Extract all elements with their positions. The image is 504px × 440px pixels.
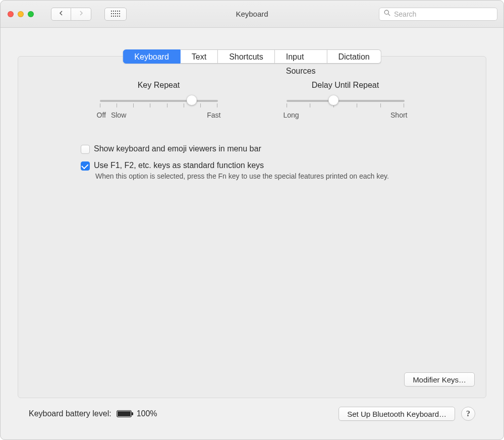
preferences-window: Keyboard Keyboard Text Shortcuts Input S… bbox=[0, 0, 504, 440]
key-repeat-ticks bbox=[100, 103, 218, 107]
window-controls bbox=[8, 11, 34, 17]
svg-rect-11 bbox=[113, 16, 114, 17]
key-repeat-slow-label: Slow bbox=[111, 111, 126, 119]
fn-keys-row: Use F1, F2, etc. keys as standard functi… bbox=[69, 161, 435, 180]
battery-level-label: Keyboard battery level: bbox=[29, 409, 111, 418]
key-repeat-label: Key Repeat bbox=[96, 81, 222, 90]
tab-group: Keyboard Text Shortcuts Input Sources Di… bbox=[123, 49, 381, 64]
modifier-keys-button[interactable]: Modifier Keys… bbox=[404, 372, 475, 387]
show-viewers-label: Show keyboard and emoji viewers in menu … bbox=[94, 144, 261, 153]
tab-text[interactable]: Text bbox=[181, 49, 218, 64]
svg-line-16 bbox=[388, 14, 390, 16]
back-forward-group bbox=[51, 8, 91, 21]
minimize-window-button[interactable] bbox=[18, 11, 24, 17]
content-area: Keyboard Text Shortcuts Input Sources Di… bbox=[1, 28, 503, 439]
fn-keys-sublabel: When this option is selected, press the … bbox=[95, 172, 389, 180]
delay-repeat-short-label: Short bbox=[390, 111, 407, 119]
footer-bar: Keyboard battery level: 100% Set Up Blue… bbox=[18, 398, 486, 429]
svg-point-15 bbox=[384, 10, 388, 14]
tab-input-sources[interactable]: Input Sources bbox=[275, 49, 327, 64]
svg-rect-9 bbox=[119, 13, 120, 14]
key-repeat-slider-block: Key Repeat Off Slow Fas bbox=[96, 81, 222, 119]
delay-repeat-slider[interactable] bbox=[287, 100, 405, 102]
delay-repeat-label: Delay Until Repeat bbox=[283, 81, 409, 90]
fn-keys-checkbox[interactable] bbox=[81, 161, 90, 171]
battery-percentage: 100% bbox=[137, 409, 157, 418]
zoom-window-button[interactable] bbox=[28, 11, 34, 17]
panel-bottom-bar: Modifier Keys… bbox=[18, 372, 486, 398]
search-field[interactable] bbox=[379, 8, 497, 21]
svg-rect-2 bbox=[115, 11, 116, 12]
window-toolbar: Keyboard bbox=[1, 1, 503, 28]
svg-rect-13 bbox=[117, 16, 118, 17]
svg-rect-7 bbox=[115, 13, 116, 14]
svg-rect-3 bbox=[117, 11, 118, 12]
show-viewers-row: Show keyboard and emoji viewers in menu … bbox=[69, 144, 435, 154]
tab-dictation[interactable]: Dictation bbox=[327, 49, 381, 64]
svg-rect-4 bbox=[119, 11, 120, 12]
delay-repeat-thumb[interactable] bbox=[328, 95, 339, 105]
chevron-left-icon bbox=[58, 10, 64, 19]
chevron-right-icon bbox=[78, 10, 84, 19]
search-input[interactable] bbox=[394, 10, 493, 18]
svg-rect-14 bbox=[119, 16, 120, 17]
tab-shortcuts[interactable]: Shortcuts bbox=[218, 49, 275, 64]
svg-rect-10 bbox=[111, 16, 112, 17]
show-viewers-checkbox[interactable] bbox=[81, 145, 90, 154]
svg-rect-5 bbox=[111, 13, 112, 14]
forward-button[interactable] bbox=[71, 8, 91, 21]
key-repeat-fast-label: Fast bbox=[207, 111, 220, 119]
search-icon bbox=[383, 9, 391, 19]
tab-keyboard[interactable]: Keyboard bbox=[123, 49, 181, 64]
key-repeat-thumb[interactable] bbox=[187, 95, 197, 105]
show-all-button[interactable] bbox=[104, 8, 127, 21]
delay-repeat-slider-block: Delay Until Repeat Long Short bbox=[283, 81, 409, 119]
preferences-panel: Keyboard Text Shortcuts Input Sources Di… bbox=[18, 56, 486, 398]
fn-keys-label: Use F1, F2, etc. keys as standard functi… bbox=[94, 161, 389, 170]
help-button[interactable]: ? bbox=[461, 407, 475, 421]
slider-row: Key Repeat Off Slow Fas bbox=[69, 81, 435, 119]
key-repeat-off-label: Off bbox=[97, 111, 106, 119]
delay-repeat-long-label: Long bbox=[284, 111, 299, 119]
setup-bluetooth-button[interactable]: Set Up Bluetooth Keyboard… bbox=[339, 407, 455, 421]
delay-repeat-ticks bbox=[287, 103, 405, 107]
svg-rect-8 bbox=[117, 13, 118, 14]
svg-rect-12 bbox=[115, 16, 116, 17]
grid-icon bbox=[111, 10, 120, 19]
battery-icon bbox=[117, 410, 132, 417]
keyboard-tab-content: Key Repeat Off Slow Fas bbox=[18, 57, 486, 372]
svg-rect-1 bbox=[113, 11, 114, 12]
key-repeat-slider[interactable] bbox=[100, 100, 218, 102]
svg-rect-6 bbox=[113, 13, 114, 14]
svg-rect-0 bbox=[111, 11, 112, 12]
back-button[interactable] bbox=[51, 8, 71, 21]
close-window-button[interactable] bbox=[8, 11, 14, 17]
